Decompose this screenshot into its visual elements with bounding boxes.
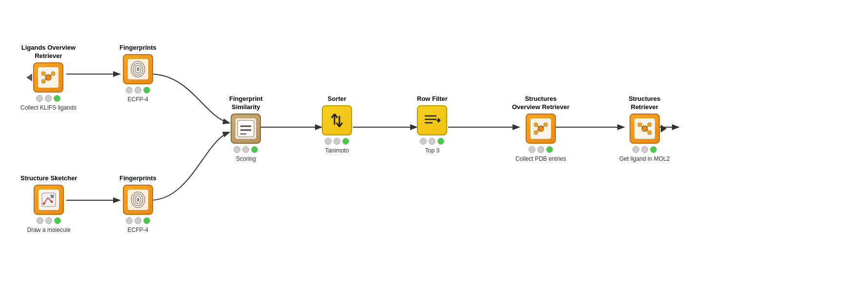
status-dot-3 [650,146,657,153]
node-label-ligands-retriever: Ligands OverviewRetriever [21,44,76,60]
status-dot-3 [143,87,150,94]
node-box-structure-sketcher[interactable] [34,185,64,215]
svg-point-45 [648,123,651,127]
svg-point-9 [51,72,55,76]
node-label-fp-similarity: FingerprintSimilarity [229,95,263,112]
node-sublabel-structure-sketcher: Draw a molecule [27,227,70,233]
node-sublabel-structures-retriever: Get ligand in MOL2 [619,155,670,162]
status-dot-1 [529,146,535,153]
node-sorter[interactable]: Sorter Tanimoto [322,95,352,154]
node-ligands-retriever[interactable]: Ligands OverviewRetriever Collec [20,44,77,111]
svg-point-38 [544,123,548,127]
node-sublabel-fingerprints-top: ECFP-4 [128,96,149,103]
status-dot-3 [342,138,349,145]
svg-point-28 [137,198,139,202]
status-dot-2 [334,138,340,145]
status-dot-1 [126,87,133,94]
status-dot-3 [143,217,150,224]
icon-molecule-structures-retriever [634,118,655,139]
status-dot-3 [437,138,444,145]
node-status-fingerprints-bottom [126,217,150,224]
node-status-structure-sketcher [37,217,61,224]
node-fingerprints-top[interactable]: Fingerprints ECFP-4 [119,44,157,103]
node-fingerprints-bottom[interactable]: Fingerprints ECFP-4 [119,174,157,233]
node-box-row-filter[interactable] [417,105,447,135]
node-status-ligands-retriever [36,95,60,102]
icon-sorter [327,110,347,131]
node-box-sorter[interactable] [322,105,352,135]
status-dot-3 [54,95,60,102]
node-structure-sketcher[interactable]: Structure Sketcher Draw a molecule [20,174,77,233]
node-status-fp-similarity [234,146,258,153]
svg-point-8 [41,72,45,76]
icon-fingerprint-top [128,59,148,79]
status-dot-2 [135,217,141,224]
node-row-filter[interactable]: Row Filter Top 3 [417,95,448,154]
node-structures-overview-retriever[interactable]: StructuresOverview Retriever Collect PDB… [512,95,570,162]
status-dot-2 [242,146,249,153]
svg-point-37 [534,123,538,127]
status-dot-3 [251,146,258,153]
node-box-fingerprints-top[interactable] [123,54,153,84]
svg-point-10 [41,79,45,83]
workflow-canvas: Ligands OverviewRetriever Collec [0,0,868,304]
node-label-fingerprints-top: Fingerprints [119,44,157,52]
status-dot-2 [45,95,52,102]
node-status-sorter [325,138,349,145]
node-sublabel-sorter: Tanimoto [325,147,349,154]
status-dot-2 [135,87,141,94]
node-structures-retriever[interactable]: StructuresRetriever Get ligand i [619,95,670,162]
node-status-structures-retriever [632,146,657,153]
status-dot-1 [37,217,43,224]
node-sublabel-fp-similarity: Scoring [236,155,256,162]
node-fp-similarity[interactable]: FingerprintSimilarity Scoring [229,95,263,162]
status-dot-3 [54,217,61,224]
status-dot-2 [641,146,648,153]
status-dot-1 [325,138,332,145]
status-dot-1 [126,217,133,224]
node-label-sorter: Sorter [328,95,346,103]
node-box-fp-similarity[interactable] [231,114,261,144]
status-dot-2 [429,138,435,145]
node-sublabel-fingerprints-bottom: ECFP-4 [128,227,149,233]
status-dot-3 [546,146,553,153]
svg-point-46 [648,131,651,134]
svg-point-21 [43,202,45,205]
node-label-structures-retriever: StructuresRetriever [629,95,660,112]
icon-fingerprint-bottom [128,190,148,210]
node-box-fingerprints-bottom[interactable] [123,185,153,215]
node-status-row-filter [420,138,444,145]
node-label-fingerprints-bottom: Fingerprints [119,174,157,183]
node-sublabel-row-filter: Top 3 [425,147,439,154]
node-status-structures-overview-retriever [529,146,553,153]
status-dot-1 [632,146,639,153]
icon-molecule-structures-overview [531,118,551,139]
node-sublabel-structures-overview-retriever: Collect PDB entries [515,155,566,162]
status-dot-2 [537,146,544,153]
port-right-structures-retriever [661,125,667,133]
svg-point-39 [534,131,538,134]
icon-similarity [236,118,256,139]
node-box-structures-overview-retriever[interactable] [526,114,556,144]
icon-sketcher [39,190,59,210]
node-status-fingerprints-top [126,87,150,94]
port-left-ligands [26,74,32,81]
icon-row-filter [422,110,442,131]
svg-point-44 [638,123,642,127]
svg-point-17 [137,67,139,71]
svg-point-22 [51,200,53,203]
node-label-structures-overview-retriever: StructuresOverview Retriever [512,95,570,112]
status-dot-2 [45,217,52,224]
node-box-ligands-retriever[interactable] [33,62,63,93]
node-label-structure-sketcher: Structure Sketcher [20,174,77,183]
status-dot-1 [420,138,427,145]
node-sublabel-ligands-retriever: Collect KLIFS ligands [20,104,77,111]
node-label-row-filter: Row Filter [417,95,448,103]
node-box-structures-retriever[interactable] [630,114,660,144]
status-dot-1 [234,146,240,153]
icon-molecule-ligands [38,67,59,88]
status-dot-1 [36,95,43,102]
